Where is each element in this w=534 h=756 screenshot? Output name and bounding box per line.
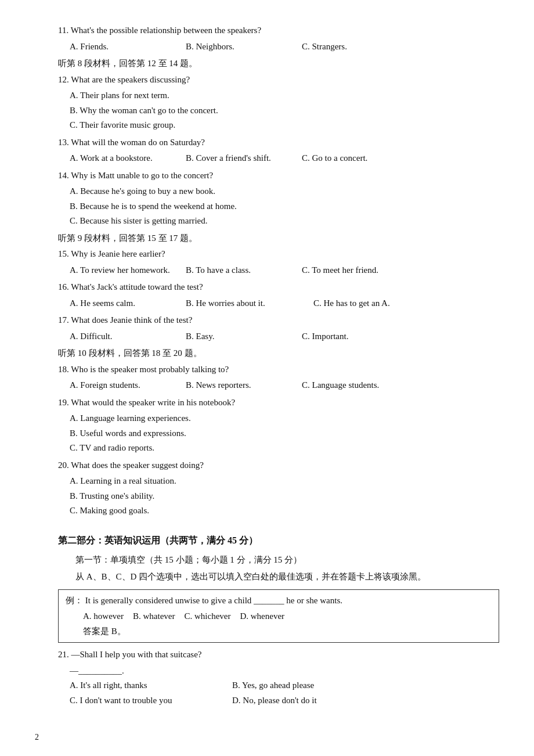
q11-option-c[interactable]: C. Strangers. [302,39,406,55]
q14-option-b[interactable]: B. Because he is to spend the weekend at… [70,199,499,214]
q20-option-c[interactable]: C. Making good goals. [70,503,499,519]
example-option-c[interactable]: C. whichever [184,609,230,624]
q20-options: A. Learning in a real situation. B. Trus… [58,474,499,519]
q15-option-c[interactable]: C. To meet her friend. [302,263,406,278]
example-text: It is generally considered unwise to giv… [85,596,342,605]
example-answer: 答案是 B。 [66,624,492,639]
q21-option-d[interactable]: D. No, please don't do it [232,693,383,708]
q14-option-a[interactable]: A. Because he's going to buy a new book. [70,184,499,199]
q21-options-row2: C. I don't want to trouble you D. No, pl… [58,693,499,708]
question-21: 21. —Shall I help you with that suitcase… [58,647,499,708]
q18-option-a[interactable]: A. Foreign students. [70,378,174,393]
q13-option-a[interactable]: A. Work at a bookstore. [70,151,174,166]
q18-option-b[interactable]: B. News reporters. [186,378,290,393]
q12-options: A. Their plans for next term. B. Why the… [58,88,499,133]
q21-blank: —__________. [58,664,499,679]
q17-option-b[interactable]: B. Easy. [186,329,290,344]
q11-options: A. Friends. B. Neighbors. C. Strangers. [58,39,499,55]
instruction-9: 听第 9 段材料，回答第 15 至 17 题。 [58,231,499,246]
q17-options: A. Difficult. B. Easy. C. Important. [58,329,499,344]
q16-text: 16. What's Jack's attitude toward the te… [58,280,499,295]
q14-text: 14. Why is Matt unable to go to the conc… [58,168,499,183]
example-options: A. however B. whatever C. whichever D. w… [66,609,492,624]
q21-option-c[interactable]: C. I don't want to trouble you [70,693,221,708]
q16-options: A. He seems calm. B. He worries about it… [58,296,499,311]
q20-option-b[interactable]: B. Trusting one's ability. [70,489,499,504]
q13-options: A. Work at a bookstore. B. Cover a frien… [58,151,499,166]
question-19: 19. What would the speaker write in his … [58,395,499,456]
q17-option-a[interactable]: A. Difficult. [70,329,174,344]
example-option-d[interactable]: D. whenever [240,609,284,624]
question-12: 12. What are the speakers discussing? A.… [58,73,499,133]
q16-option-a[interactable]: A. He seems calm. [70,296,174,311]
q13-option-c[interactable]: C. Go to a concert. [302,151,406,166]
q19-option-c[interactable]: C. TV and radio reports. [70,441,499,456]
question-17: 17. What does Jeanie think of the test? … [58,313,499,344]
question-15: 15. Why is Jeanie here earlier? A. To re… [58,247,499,278]
q16-option-b[interactable]: B. He worries about it. [186,296,302,311]
q15-options: A. To review her homework. B. To have a … [58,263,499,278]
example-prefix: 例： [66,596,83,605]
instruction-8: 听第 8 段材料，回答第 12 至 14 题。 [58,56,499,71]
q11-option-b[interactable]: B. Neighbors. [186,39,290,55]
question-11: 11. What's the possible relationship bet… [58,23,499,54]
q12-option-a[interactable]: A. Their plans for next term. [70,88,499,103]
q19-options: A. Language learning experiences. B. Use… [58,411,499,456]
question-18: 18. Who is the speaker most probably tal… [58,362,499,393]
q14-option-c[interactable]: C. Because his sister is getting married… [70,214,499,229]
q20-text: 20. What does the speaker suggest doing? [58,458,499,473]
q21-options: A. It's all right, thanks B. Yes, go ahe… [58,678,499,693]
q14-options: A. Because he's going to buy a new book.… [58,184,499,229]
q17-option-c[interactable]: C. Important. [302,329,406,344]
q11-text: 11. What's the possible relationship bet… [58,23,499,38]
q19-text: 19. What would the speaker write in his … [58,395,499,411]
question-14: 14. Why is Matt unable to go to the conc… [58,168,499,229]
subsection1-title: 第一节：单项填空（共 15 小题；每小题 1 分，满分 15 分） [58,553,499,568]
question-16: 16. What's Jack's attitude toward the te… [58,280,499,311]
q16-option-c[interactable]: C. He has to get an A. [313,296,418,311]
q19-option-a[interactable]: A. Language learning experiences. [70,411,499,426]
q17-text: 17. What does Jeanie think of the test? [58,313,499,328]
q19-option-b[interactable]: B. Useful words and expressions. [70,426,499,441]
example-box: 例： It is generally considered unwise to … [58,589,499,643]
example-text-row: 例： It is generally considered unwise to … [66,593,492,609]
q18-option-c[interactable]: C. Language students. [302,378,406,393]
q18-options: A. Foreign students. B. News reporters. … [58,378,499,393]
subsection1-instruction: 从 A、B、C、D 四个选项中，选出可以填入空白处的最佳选项，并在答题卡上将该项… [58,570,499,585]
q21-option-a[interactable]: A. It's all right, thanks [70,678,221,693]
example-option-a[interactable]: A. however [83,609,124,624]
q21-text: 21. —Shall I help you with that suitcase… [58,647,499,663]
q12-option-c[interactable]: C. Their favorite music group. [70,118,499,133]
q12-option-b[interactable]: B. Why the woman can't go to the concert… [70,103,499,118]
q20-option-a[interactable]: A. Learning in a real situation. [70,474,499,489]
section2-title: 第二部分：英语知识运用（共两节，满分 45 分） [58,532,499,548]
q15-option-b[interactable]: B. To have a class. [186,263,290,278]
q12-text: 12. What are the speakers discussing? [58,73,499,88]
q18-text: 18. Who is the speaker most probably tal… [58,362,499,377]
q15-text: 15. Why is Jeanie here earlier? [58,247,499,262]
question-20: 20. What does the speaker suggest doing?… [58,458,499,519]
q11-option-a[interactable]: A. Friends. [70,39,174,55]
page-number: 2 [35,730,39,733]
example-option-b[interactable]: B. whatever [133,609,175,624]
q21-option-b[interactable]: B. Yes, go ahead please [232,678,383,693]
instruction-10: 听第 10 段材料，回答第 18 至 20 题。 [58,346,499,361]
q13-text: 13. What will the woman do on Saturday? [58,135,499,150]
question-13: 13. What will the woman do on Saturday? … [58,135,499,166]
q13-option-b[interactable]: B. Cover a friend's shift. [186,151,290,166]
q15-option-a[interactable]: A. To review her homework. [70,263,174,278]
